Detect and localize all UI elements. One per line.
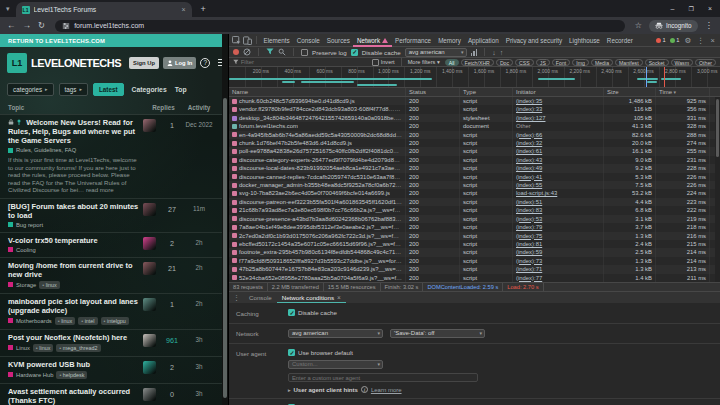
- devtools-tab-sources[interactable]: Sources: [323, 34, 353, 47]
- browser-menu-icon[interactable]: ⋮: [705, 17, 714, 34]
- network-request-row[interactable]: poll-ee9788a42838e26d757251675c40ffc0fb2…: [229, 147, 720, 155]
- network-request-row[interactable]: discourse-canned-replies-7cdcafb2059747d…: [229, 173, 720, 181]
- column-header-size[interactable]: Size: [604, 88, 656, 96]
- ua-custom-input[interactable]: [288, 373, 478, 382]
- topic-tag[interactable]: intelgpu: [101, 317, 129, 325]
- request-initiator-cell[interactable]: load-script.js:43: [513, 189, 604, 197]
- devtools-menu-icon[interactable]: ⋮: [697, 36, 705, 45]
- request-name-cell[interactable]: 21c68b7a93ad8ec7a3e80ec698f0b7cc76c66b2a…: [229, 206, 406, 214]
- request-initiator-cell[interactable]: (index):51: [513, 198, 604, 206]
- window-close-button[interactable]: ×: [708, 5, 712, 12]
- filter-chip-font[interactable]: Font: [552, 59, 570, 66]
- avatar[interactable]: [143, 334, 156, 347]
- save-data-select[interactable]: 'Save-Data': off: [390, 329, 485, 338]
- login-button[interactable]: Log In: [163, 57, 196, 69]
- learn-more-link[interactable]: Learn more: [371, 387, 402, 393]
- categories-dropdown[interactable]: categories▸: [7, 83, 54, 96]
- avatar[interactable]: [143, 203, 156, 216]
- filter-chip-css[interactable]: CSS: [515, 59, 534, 66]
- device-toolbar-icon[interactable]: [242, 35, 253, 46]
- request-name-cell[interactable]: chunk.1d76bef47b2b5fe483d6.d41d8cd9.js: [229, 139, 406, 147]
- site-info-icon[interactable]: [62, 22, 70, 30]
- request-initiator-cell[interactable]: (index):41: [513, 173, 604, 181]
- topic-tag[interactable]: linux: [33, 344, 53, 352]
- network-request-row[interactable]: discourse-local-dates-823b91992054aeb8ca…: [229, 164, 720, 172]
- browser-tab[interactable]: L1 Level1Techs Forums ×: [16, 2, 192, 17]
- request-initiator-cell[interactable]: (index):71: [513, 265, 604, 273]
- signup-button[interactable]: Sign Up: [129, 57, 159, 69]
- category-name[interactable]: Motherboards: [16, 318, 52, 324]
- request-name-cell[interactable]: 47b25a8b607447e16757b84e83ca203c9146d239…: [229, 265, 406, 273]
- tab-latest[interactable]: Latest: [93, 83, 124, 96]
- request-initiator-cell[interactable]: (index):53: [513, 215, 604, 223]
- filter-chip-img[interactable]: Img: [572, 59, 589, 66]
- network-request-row[interactable]: desktop_34c804b346487247642155742659140a…: [229, 114, 720, 122]
- devtools-tab-network[interactable]: Network: [353, 34, 391, 47]
- initiator-link[interactable]: (index):73: [516, 258, 542, 264]
- column-header-initiator[interactable]: Initiator: [513, 88, 604, 96]
- tab-top[interactable]: Top: [175, 86, 187, 93]
- issues-badge[interactable]: 1: [670, 37, 680, 43]
- avatar[interactable]: [143, 361, 156, 374]
- request-name-cell[interactable]: desktop_34c804b346487247642155742659140a…: [229, 114, 406, 122]
- topic-row[interactable]: Moving /home from current drive to new d…: [0, 258, 222, 294]
- request-name-cell[interactable]: docker_manager_admin-b355b48ea8dc5f9252a…: [229, 181, 406, 189]
- request-name-cell[interactable]: chunk.60cb248c57d939694be0.d41d8cd9.js: [229, 97, 406, 105]
- topic-tag[interactable]: linux: [39, 281, 59, 289]
- export-har-icon[interactable]: ↑: [500, 49, 504, 56]
- topic-title[interactable]: Avast settlement actually occurred (Than…: [8, 387, 130, 405]
- initiator-link[interactable]: (index):55: [516, 182, 542, 188]
- column-topic[interactable]: Topic: [8, 104, 143, 111]
- request-initiator-cell[interactable]: (index):66: [513, 131, 604, 139]
- initiator-link[interactable]: (index):53: [516, 216, 542, 222]
- tab-search-icon[interactable]: ▾: [6, 5, 10, 13]
- topic-tag[interactable]: helpdesk: [56, 371, 87, 379]
- record-network-log-icon[interactable]: [233, 49, 239, 55]
- topic-row[interactable]: Avast settlement actually occurred (Than…: [0, 384, 222, 405]
- request-name-cell[interactable]: svg-10-7ba823ae2b6ec4d05e0f700469f6bcfe0…: [229, 189, 406, 197]
- column-header-status[interactable]: Status: [406, 88, 460, 96]
- network-request-row[interactable]: 52e34cba652e08958e2780aaa25b5a0704a5f6a9…: [229, 274, 720, 282]
- network-scrollbar[interactable]: [715, 97, 720, 282]
- initiator-link[interactable]: (index):41: [516, 174, 542, 180]
- request-name-cell[interactable]: 52e34cba652e08958e2780aaa25b5a0704a5f6a9…: [229, 274, 406, 282]
- devtools-tab-elements[interactable]: Elements: [260, 34, 293, 47]
- network-request-row[interactable]: discourse-patreon-eef3223b55fa501f4a6018…: [229, 198, 720, 206]
- column-header-type[interactable]: Type: [460, 88, 513, 96]
- request-name-cell[interactable]: discourse-category-experts-26477ed9f7079…: [229, 156, 406, 164]
- request-initiator-cell[interactable]: (index):59: [513, 248, 604, 256]
- column-activity[interactable]: Activity: [184, 104, 214, 111]
- network-request-row[interactable]: 2c7ed0a2df0c1b93d0175076c206a962fc722c3d…: [229, 232, 720, 240]
- request-name-cell[interactable]: discourse-presence-a43bd7b3aa8d60242368b…: [229, 215, 406, 223]
- filter-toggle-icon[interactable]: [266, 48, 274, 56]
- initiator-link[interactable]: (index):32: [516, 140, 542, 146]
- network-conditions-icon[interactable]: [471, 49, 478, 56]
- topic-title[interactable]: mainboard pcie slot layout and lanes (up…: [8, 297, 138, 315]
- topic-title[interactable]: KVM powered USB hub: [8, 360, 90, 369]
- request-initiator-cell[interactable]: (index):35: [513, 97, 604, 105]
- filter-chip-js[interactable]: JS: [536, 59, 550, 66]
- request-name-cell[interactable]: discourse-local-dates-823b91992054aeb8ca…: [229, 164, 406, 172]
- request-name-cell[interactable]: en-4a945fb5ab6b74e5a86aedd59c5a43050009b…: [229, 131, 406, 139]
- forum-brand[interactable]: LEVELONETECHS: [31, 57, 121, 69]
- help-icon[interactable]: ?: [200, 58, 210, 68]
- column-replies[interactable]: Replies: [143, 104, 184, 111]
- client-hints-toggle[interactable]: ▸ User agent client hints i Learn more: [288, 386, 478, 393]
- filter-input[interactable]: [241, 59, 372, 65]
- initiator-link[interactable]: (index):33: [516, 106, 542, 112]
- network-request-row[interactable]: 7a8ae04b1ef49e8dee3995dbf5312ef3e0aeabe2…: [229, 223, 720, 231]
- column-header-name[interactable]: Name: [229, 88, 406, 96]
- request-name-cell[interactable]: 2c7ed0a2df0c1b93d0175076c206a962fc722c3d…: [229, 232, 406, 240]
- request-name-cell[interactable]: 7a8ae04b1ef49e8dee3995dbf5312ef3e0aeabe2…: [229, 223, 406, 231]
- error-badge[interactable]: 1: [656, 37, 666, 43]
- window-maximize-button[interactable]: ❐: [689, 5, 694, 12]
- topic-title[interactable]: Moving /home from current drive to new d…: [8, 261, 132, 279]
- search-network-icon[interactable]: [278, 48, 286, 57]
- column-header-time[interactable]: Time ▾: [656, 88, 710, 96]
- initiator-link[interactable]: (index):77: [516, 275, 542, 281]
- filter-chip-manifest[interactable]: Manifest: [615, 59, 643, 66]
- request-initiator-cell[interactable]: (index):83: [513, 206, 604, 214]
- request-initiator-cell[interactable]: (index):75: [513, 232, 604, 240]
- devtools-tab-lighthouse[interactable]: Lighthouse: [566, 34, 604, 47]
- invert-checkbox[interactable]: [372, 59, 379, 66]
